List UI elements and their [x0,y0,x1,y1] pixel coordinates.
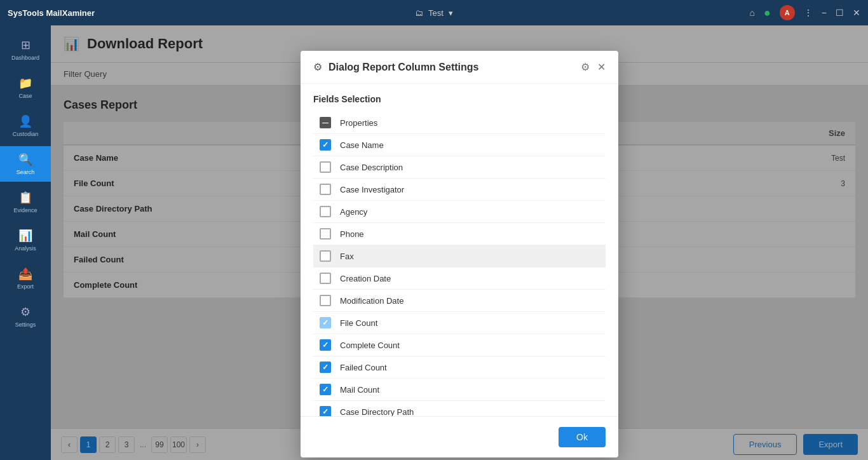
window-title: Test [428,8,444,18]
field-label-phone: Phone [340,229,364,239]
field-row-case_name[interactable]: Case Name [313,134,606,156]
case-icon: 📁 [18,76,32,90]
checkbox-case_description[interactable] [320,161,331,173]
sidebar-label-export: Export [17,283,34,290]
titlebar-center: 🗂 Test ▾ [415,8,453,18]
checkbox-file_count[interactable] [320,317,331,328]
field-row-mail_count[interactable]: Mail Count [313,379,606,401]
field-label-properties: Properties [340,118,377,128]
field-row-creation_date[interactable]: Creation Date [313,267,606,290]
checkbox-creation_date[interactable] [320,273,331,284]
dialog-settings-icon[interactable]: ⚙ [581,61,590,73]
ok-button[interactable]: Ok [559,427,606,447]
home-icon[interactable]: ⌂ [749,8,754,18]
titlebar: SysTools MailXaminer 🗂 Test ▾ ⌂ ● A ⋮ − … [0,0,868,25]
checkbox-case_directory_path[interactable] [320,406,331,416]
dropdown-icon[interactable]: ▾ [449,8,453,18]
field-label-case_description: Case Description [340,163,403,172]
field-label-case_name: Case Name [340,140,384,150]
dialog-title: Dialog Report Column Settings [329,62,574,73]
checkbox-case_investigator[interactable] [320,184,331,195]
menu-icon[interactable]: ⋮ [804,8,813,18]
checkbox-case_name[interactable] [320,139,331,151]
checkbox-modification_date[interactable] [320,295,331,306]
field-row-case_investigator[interactable]: Case Investigator [313,179,606,201]
evidence-icon: 📋 [18,191,32,205]
settings-icon: ⚙ [20,305,31,319]
sidebar: ⊞ Dashboard 📁 Case 👤 Custodian 🔍 Search … [0,25,51,460]
custodian-icon: 👤 [18,114,32,128]
checkbox-fax[interactable] [320,250,331,262]
field-row-fax[interactable]: Fax [313,245,606,267]
dialog-footer: Ok [301,416,618,457]
dialog-header: ⚙ Dialog Report Column Settings ⚙ ✕ [301,51,618,84]
sidebar-item-case[interactable]: 📁 Case [0,70,51,105]
fields-section-title: Fields Selection [313,94,606,104]
field-label-modification_date: Modification Date [340,296,403,306]
sidebar-label-evidence: Evidence [13,207,37,213]
sidebar-item-custodian[interactable]: 👤 Custodian [0,108,51,144]
sidebar-label-search: Search [17,169,35,175]
sidebar-item-analysis[interactable]: 📊 Analysis [0,222,51,258]
status-icon: ● [764,6,771,20]
dialog-body: Fields Selection Properties Case Name Ca… [301,84,618,416]
field-row-phone[interactable]: Phone [313,223,606,245]
dialog: ⚙ Dialog Report Column Settings ⚙ ✕ Fiel… [301,51,618,457]
field-label-failed_count: Failed Count [340,363,387,372]
field-label-case_directory_path: Case Directory Path [340,407,414,417]
sidebar-label-custodian: Custodian [13,131,39,137]
checkbox-agency[interactable] [320,206,331,217]
window-icon: 🗂 [415,8,423,18]
checkbox-properties[interactable] [320,117,331,128]
checkbox-complete_count[interactable] [320,339,331,351]
analysis-icon: 📊 [18,229,32,243]
fields-list: Properties Case Name Case Description Ca… [313,112,606,416]
sidebar-item-settings[interactable]: ⚙ Settings [0,299,51,334]
sidebar-label-case: Case [18,93,32,99]
sidebar-item-search[interactable]: 🔍 Search [0,146,51,182]
field-label-file_count: File Count [340,318,377,328]
search-icon: 🔍 [18,152,32,166]
sidebar-label-analysis: Analysis [15,245,36,252]
app-title: SysTools MailXaminer [8,8,749,18]
field-label-case_investigator: Case Investigator [340,185,404,194]
minimize-icon[interactable]: − [822,8,827,18]
sidebar-label-dashboard: Dashboard [11,55,39,61]
maximize-icon[interactable]: ☐ [836,8,844,18]
main-layout: ⊞ Dashboard 📁 Case 👤 Custodian 🔍 Search … [0,25,868,460]
checkbox-mail_count[interactable] [320,384,331,395]
field-row-file_count[interactable]: File Count [313,312,606,334]
field-label-complete_count: Complete Count [340,341,400,350]
close-icon[interactable]: ✕ [853,8,860,18]
sidebar-item-dashboard[interactable]: ⊞ Dashboard [0,32,51,67]
field-row-complete_count[interactable]: Complete Count [313,334,606,356]
dashboard-icon: ⊞ [21,38,31,52]
checkbox-failed_count[interactable] [320,362,331,373]
modal-overlay: ⚙ Dialog Report Column Settings ⚙ ✕ Fiel… [51,25,868,460]
sidebar-item-export[interactable]: 📤 Export [0,260,51,296]
field-row-case_description[interactable]: Case Description [313,156,606,179]
export-icon: 📤 [18,267,32,281]
field-label-agency: Agency [340,207,367,217]
field-label-mail_count: Mail Count [340,385,379,395]
sidebar-item-evidence[interactable]: 📋 Evidence [0,184,51,220]
field-row-case_directory_path[interactable]: Case Directory Path [313,401,606,416]
dialog-gear-icon: ⚙ [313,61,322,73]
dialog-close-icon[interactable]: ✕ [597,61,606,73]
dialog-header-actions: ⚙ ✕ [581,61,606,73]
field-row-properties[interactable]: Properties [313,112,606,134]
titlebar-actions: ⌂ ● A ⋮ − ☐ ✕ [749,5,860,20]
field-row-modification_date[interactable]: Modification Date [313,290,606,312]
sidebar-label-settings: Settings [15,321,36,328]
avatar[interactable]: A [780,5,795,20]
field-row-agency[interactable]: Agency [313,201,606,223]
field-label-creation_date: Creation Date [340,274,391,283]
field-row-failed_count[interactable]: Failed Count [313,356,606,379]
checkbox-phone[interactable] [320,228,331,240]
field-label-fax: Fax [340,252,354,261]
content-area: 📊 Download Report Filter Query Cases Rep… [51,25,868,460]
